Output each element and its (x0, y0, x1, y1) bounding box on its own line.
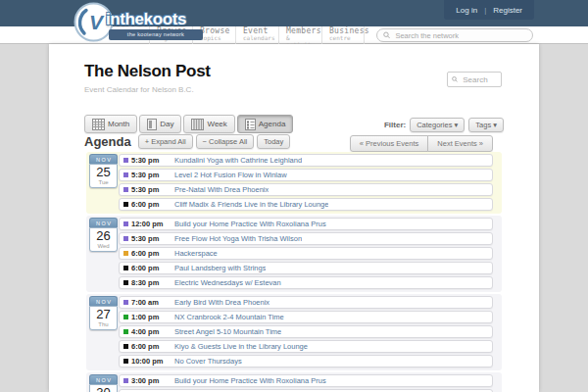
tab-label: Agenda (259, 120, 286, 128)
site-logo[interactable]: V inthekoots the kootenay network (74, 2, 205, 45)
calendar-search-input[interactable] (461, 74, 497, 85)
date-box[interactable]: NOV 30 Sun (89, 374, 118, 392)
collapse-all-button[interactable]: − Collapse All (196, 134, 255, 149)
event-row[interactable]: 8:30 pm Electric Wednesdays w/ Estevan (119, 276, 493, 289)
category-color-icon (123, 266, 128, 270)
event-row[interactable]: 6:00 pm Hackerspace (119, 247, 493, 260)
category-color-icon (123, 172, 128, 177)
view-tabs: Month Day Week Agenda (84, 115, 293, 133)
tags-dropdown-button[interactable]: Tags ▾ (468, 118, 504, 132)
agenda-day-block: NOV 25 Tue 5:30 pm Kundalini Yoga with C… (86, 152, 502, 214)
event-time: 12:00 pm (131, 220, 165, 228)
categories-dropdown-button[interactable]: Categories ▾ (410, 118, 465, 132)
calendar-search-box (447, 72, 502, 87)
event-title-link[interactable]: Build your Home Practice With Roxoliana … (174, 376, 326, 385)
nav-item-event-calendars[interactable]: Event calendars (235, 26, 278, 44)
logo-tagline: the kootenay network (109, 29, 203, 40)
category-color-icon (123, 251, 128, 256)
event-list: 12:00 pm Build your Home Practice With R… (119, 218, 493, 289)
event-row[interactable]: 12:00 pm Build your Home Practice With R… (119, 218, 493, 230)
month-grid-icon (92, 119, 105, 130)
event-row[interactable]: 5:30 pm Free Flow Hot Yoga With Trisha W… (119, 232, 493, 245)
date-number: 26 (90, 228, 117, 243)
tab-week[interactable]: Week (183, 115, 234, 133)
event-time: 6:00 pm (131, 264, 165, 272)
event-row[interactable]: 1:00 pm NX Cranbrook 2-4 Mountain Time (119, 311, 493, 323)
event-row[interactable]: 7:00 am Early Bird With Drea Phoenix (119, 296, 493, 309)
network-search-input[interactable] (393, 30, 526, 41)
event-title-link[interactable]: No Cover Thursdays (174, 357, 242, 366)
event-time: 1:00 pm (131, 313, 165, 321)
network-search-box (376, 28, 533, 42)
event-row[interactable]: 6:00 pm Paul Landsberg with Strings (119, 262, 493, 274)
event-title-link[interactable]: Level 2 Hot Fusion Flow in Winlaw (174, 171, 287, 179)
page-subtitle: Event Calendar for Nelson B.C. (84, 85, 194, 94)
event-time: 8:30 pm (131, 278, 165, 287)
event-title-link[interactable]: Pre-Natal With Drea Phoenix (174, 185, 269, 194)
agenda-day-block: NOV 27 Thu 7:00 am Early Bird With Drea … (86, 294, 502, 370)
event-title-link[interactable]: Paul Landsberg with Strings (174, 264, 266, 272)
date-box[interactable]: NOV 25 Tue (89, 154, 118, 188)
date-body: 26 Wed (89, 227, 118, 252)
next-events-button[interactable]: Next Events » (427, 135, 493, 152)
nav-item-members[interactable]: Members & activity (278, 26, 321, 44)
event-row[interactable]: 6:00 pm Kiyo & Guests Live in the Librar… (119, 340, 493, 353)
tab-day[interactable]: Day (139, 115, 181, 133)
event-title-link[interactable]: Early Bird With Drea Phoenix (174, 298, 270, 307)
category-color-icon (123, 280, 128, 285)
category-color-icon (123, 315, 128, 319)
logo-wordmark: inthekoots (106, 10, 186, 29)
category-color-icon (123, 359, 128, 364)
event-time: 6:00 pm (131, 342, 165, 351)
date-month: NOV (89, 218, 118, 227)
today-button[interactable]: Today (257, 134, 290, 149)
tab-month[interactable]: Month (84, 115, 137, 133)
nav-item-sublabel: calendars (243, 35, 278, 41)
event-title-link[interactable]: Kundalini Yoga with Cathrine Leighland (174, 156, 302, 165)
event-title-link[interactable]: Electric Wednesdays w/ Estevan (174, 278, 281, 287)
category-color-icon (123, 202, 128, 207)
date-number: 30 (90, 385, 117, 392)
event-row[interactable]: 5:30 pm Pre-Natal With Drea Phoenix (119, 183, 493, 196)
search-icon (452, 75, 458, 83)
nav-item-sublabel: centre (329, 35, 364, 41)
event-row[interactable]: 10:00 pm No Cover Thursdays (119, 355, 493, 368)
event-time: 6:00 pm (131, 249, 165, 258)
event-time: 5:30 pm (131, 156, 165, 165)
category-color-icon (123, 158, 128, 163)
event-row[interactable]: 5:30 pm Kundalini Yoga with Cathrine Lei… (119, 154, 493, 167)
register-link[interactable]: Register (493, 6, 522, 15)
event-time: 5:30 pm (131, 185, 165, 194)
event-title-link[interactable]: Kiyo & Guests Live in the Library Lounge (174, 342, 308, 351)
svg-text:V: V (89, 11, 105, 33)
previous-events-button[interactable]: « Previous Events (350, 135, 428, 152)
agenda-day-list: NOV 25 Tue 5:30 pm Kundalini Yoga with C… (86, 152, 502, 392)
event-title-link[interactable]: Street Angel 5-10 Mountain Time (174, 327, 281, 336)
category-color-icon (123, 236, 128, 241)
event-row[interactable]: 3:00 pm Build your Home Practice With Ro… (119, 374, 493, 387)
category-color-icon (123, 221, 128, 226)
tab-label: Week (207, 120, 226, 128)
category-color-icon (123, 378, 128, 383)
event-list: 5:30 pm Kundalini Yoga with Cathrine Lei… (119, 154, 493, 211)
event-title-link[interactable]: NX Cranbrook 2-4 Mountain Time (174, 313, 284, 321)
week-columns-icon (191, 119, 204, 130)
event-title-link[interactable]: Cliff Madix & Friends Live in the Librar… (174, 200, 328, 209)
event-title-link[interactable]: Free Flow Hot Yoga With Trisha Wilson (174, 234, 302, 243)
date-box[interactable]: NOV 26 Wed (89, 218, 118, 252)
login-link[interactable]: Log in (456, 6, 477, 15)
event-row[interactable]: 4:00 pm Street Angel 5-10 Mountain Time (119, 325, 493, 338)
event-title-link[interactable]: Build your Home Practice With Roxoliana … (174, 220, 326, 228)
expand-all-button[interactable]: + Expand All (138, 134, 193, 149)
date-number: 25 (90, 165, 117, 179)
event-title-link[interactable]: Hackerspace (174, 249, 218, 258)
event-row[interactable]: 5:30 pm Level 2 Hot Fusion Flow in Winla… (119, 169, 493, 181)
event-row[interactable]: 6:00 pm Cliff Madix & Friends Live in th… (119, 198, 493, 211)
day-column-icon (147, 119, 157, 130)
page-title: The Nelson Post (84, 62, 211, 81)
event-time: 6:00 pm (131, 200, 165, 209)
auth-panel: Log in | Register (444, 0, 534, 20)
nav-item-business-centre[interactable]: Business centre (321, 26, 365, 44)
tab-agenda[interactable]: Agenda (237, 115, 294, 133)
date-box[interactable]: NOV 27 Thu (89, 296, 118, 330)
